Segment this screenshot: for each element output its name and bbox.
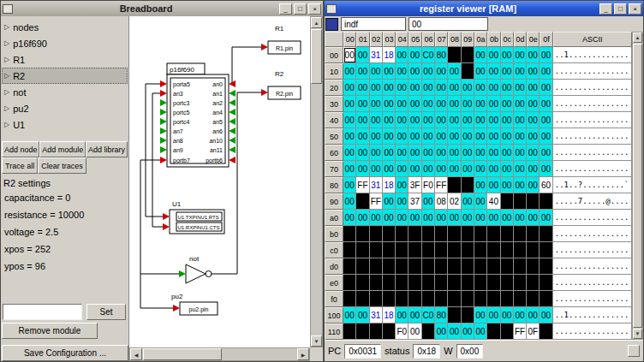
ram-cell[interactable]: 00	[514, 96, 527, 112]
ram-cell[interactable]: 00	[487, 161, 500, 177]
ram-cell[interactable]	[408, 242, 421, 258]
row-header[interactable]: 50	[325, 128, 343, 145]
ram-cell[interactable]: 37	[408, 193, 421, 210]
ram-cell[interactable]: 00	[501, 96, 514, 112]
ram-cell[interactable]	[487, 242, 500, 258]
ram-cell[interactable]: 00	[408, 47, 421, 63]
ram-cell[interactable]: 00	[514, 161, 527, 177]
ram-cell[interactable]: 00	[408, 323, 421, 340]
ram-cell[interactable]	[474, 226, 487, 242]
ram-cell[interactable]	[370, 323, 383, 340]
ram-cell[interactable]: 00	[474, 177, 487, 193]
ram-cell[interactable]: 00	[501, 210, 514, 226]
ram-cell[interactable]	[435, 242, 448, 258]
breadboard-canvas[interactable]: R1 R1.pin R2 R2.pin p16f690 porta5 an3 p…	[129, 16, 310, 347]
register-viewer-titlebar[interactable]: register viewer [RAM] _ □ ×	[325, 1, 643, 16]
row-header[interactable]: f0	[325, 291, 343, 307]
ram-cell[interactable]	[422, 258, 435, 275]
ram-cell[interactable]	[462, 307, 474, 323]
ram-cell[interactable]	[514, 226, 527, 242]
row-header[interactable]: 80	[325, 177, 343, 193]
ram-cell[interactable]: 00	[501, 63, 514, 80]
ram-cell[interactable]: 00	[540, 80, 552, 96]
ram-cell[interactable]: 00	[422, 145, 435, 161]
ram-cell[interactable]: 00	[527, 96, 540, 112]
breadboard-titlebar[interactable]: Breadboard _ □ ×	[1, 1, 323, 16]
ram-cell[interactable]: 18	[383, 307, 396, 323]
ram-cell[interactable]: 00	[383, 210, 396, 226]
ram-cell[interactable]: 00	[540, 63, 552, 80]
ram-cell[interactable]	[462, 275, 474, 291]
ram-cell[interactable]: 00	[396, 177, 408, 193]
col-header[interactable]: 01	[356, 32, 369, 47]
ram-cell[interactable]: 00	[408, 161, 421, 177]
ram-cell[interactable]: 00	[422, 96, 435, 112]
ram-cell[interactable]	[383, 275, 396, 291]
ram-cell[interactable]: 00	[462, 145, 474, 161]
ram-cell[interactable]	[383, 291, 396, 307]
close-button[interactable]: ×	[308, 3, 321, 15]
ram-cell[interactable]	[474, 258, 487, 275]
ram-cell[interactable]: 00	[474, 112, 487, 128]
col-header[interactable]: 02	[370, 32, 383, 47]
ram-cell[interactable]: 00	[343, 47, 356, 63]
ram-cell[interactable]	[501, 275, 514, 291]
ram-cell[interactable]: 00	[370, 63, 383, 80]
ram-cell[interactable]	[448, 177, 461, 193]
col-header[interactable]: 07	[435, 32, 448, 47]
ram-cell[interactable]: 00	[343, 161, 356, 177]
ram-cell[interactable]: 0F	[527, 323, 540, 340]
ram-cell[interactable]: 00	[343, 63, 356, 80]
scrollbar-thumb[interactable]	[633, 44, 642, 328]
ram-cell[interactable]: 00	[408, 96, 421, 112]
col-header[interactable]: 00	[343, 32, 356, 47]
ram-cell[interactable]: 00	[383, 193, 396, 210]
ram-cell[interactable]: 00	[487, 112, 500, 128]
ram-cell[interactable]	[435, 291, 448, 307]
ram-cell[interactable]	[527, 291, 540, 307]
ram-cell[interactable]: 00	[396, 210, 408, 226]
col-header[interactable]: 04	[396, 32, 408, 47]
ram-cell[interactable]	[501, 323, 514, 340]
ram-cell[interactable]: 00	[408, 307, 421, 323]
ram-cell[interactable]: 00	[540, 145, 552, 161]
ram-cell[interactable]	[501, 242, 514, 258]
ram-cell[interactable]: 00	[343, 128, 356, 145]
ram-cell[interactable]	[343, 226, 356, 242]
ram-cell[interactable]	[462, 258, 474, 275]
ram-cell[interactable]: 00	[514, 128, 527, 145]
ram-cell[interactable]: 00	[527, 177, 540, 193]
ram-cell[interactable]: 18	[383, 177, 396, 193]
ram-cell[interactable]: 00	[396, 63, 408, 80]
ram-cell[interactable]: 00	[356, 112, 369, 128]
ram-cell[interactable]: 00	[487, 80, 500, 96]
col-header[interactable]: 06	[422, 32, 435, 47]
ram-cell[interactable]: 80	[435, 307, 448, 323]
window-menu-icon[interactable]	[326, 4, 337, 14]
ram-cell[interactable]	[514, 258, 527, 275]
ram-cell[interactable]: 31	[370, 307, 383, 323]
ram-cell[interactable]: 00	[396, 96, 408, 112]
ram-cell[interactable]: 00	[514, 112, 527, 128]
ram-cell[interactable]: 00	[343, 80, 356, 96]
ram-cell[interactable]	[448, 307, 461, 323]
ram-cell[interactable]: 00	[527, 80, 540, 96]
ram-cell[interactable]	[448, 275, 461, 291]
scrollbar-thumb[interactable]	[311, 29, 322, 84]
ram-cell[interactable]	[343, 291, 356, 307]
ram-cell[interactable]	[343, 323, 356, 340]
ram-cell[interactable]	[487, 258, 500, 275]
ram-cell[interactable]: 00	[448, 80, 461, 96]
save-configuration-button[interactable]: Save Configuration ...	[2, 345, 128, 361]
ram-cell[interactable]	[540, 193, 552, 210]
ram-cell[interactable]: 00	[343, 96, 356, 112]
ram-cell[interactable]	[396, 291, 408, 307]
ram-cell[interactable]: 00	[343, 145, 356, 161]
status-value[interactable]: 0x18	[413, 344, 440, 359]
ram-cell[interactable]	[383, 323, 396, 340]
ram-cell[interactable]: C0	[422, 307, 435, 323]
col-header[interactable]: 0d	[514, 32, 527, 47]
ram-cell[interactable]	[370, 275, 383, 291]
ram-cell[interactable]	[448, 242, 461, 258]
ram-cell[interactable]: 00	[514, 307, 527, 323]
